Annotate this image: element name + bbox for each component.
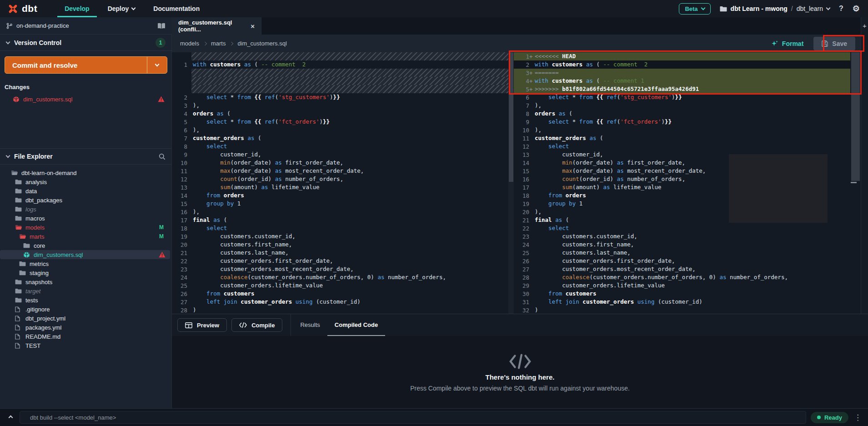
version-control-header[interactable]: Version Control 1: [0, 35, 172, 51]
code-line[interactable]: 22 select: [514, 224, 861, 232]
tree-item-logs[interactable]: logs: [0, 205, 172, 214]
code-line[interactable]: 8 select: [172, 142, 508, 150]
tree-item-snapshots[interactable]: snapshots: [0, 277, 172, 286]
git-branch-selector[interactable]: on-demand-practice: [0, 17, 172, 35]
tree-item-dim-customers-sql[interactable]: dim_customers.sql: [0, 250, 170, 259]
code-line[interactable]: 27 left join customer_orders using (cust…: [172, 298, 508, 306]
tree-item-dbt-learn-on-demand[interactable]: dbt-learn-on-demand: [0, 168, 172, 177]
tree-item-readme-md[interactable]: README.md: [0, 332, 172, 341]
code-line[interactable]: 5 select * from {{ ref('fct_orders')}}: [172, 118, 508, 126]
format-button[interactable]: Format: [771, 40, 803, 47]
code-line[interactable]: 7),: [514, 101, 861, 110]
tree-item-macros[interactable]: macros: [0, 214, 172, 223]
search-icon[interactable]: [159, 153, 166, 160]
tab-compiled-code[interactable]: Compiled Code: [327, 314, 385, 336]
code-line[interactable]: 1with customers as ( -- comment 2: [172, 60, 508, 69]
code-line[interactable]: 15 group by 1: [172, 200, 508, 208]
code-line[interactable]: 22 customer_orders.first_order_date,: [172, 257, 508, 265]
command-input[interactable]: [20, 411, 806, 424]
code-line[interactable]: 23 customers.customer_id,: [514, 232, 861, 241]
code-line[interactable]: 9 select * from {{ ref('fct_orders')}}: [514, 118, 861, 126]
code-line[interactable]: 19 customers.customer_id,: [172, 232, 508, 241]
code-line[interactable]: 4orders as (: [172, 110, 508, 118]
tree-item-packages-yml[interactable]: packages.yml: [0, 323, 172, 332]
code-line[interactable]: 9 customer_id,: [172, 150, 508, 159]
code-line[interactable]: 16),: [172, 208, 508, 216]
code-line[interactable]: 30 from customers: [514, 290, 861, 298]
breadcrumb-item[interactable]: marts: [211, 40, 226, 47]
dbt-logo[interactable]: dbt: [0, 0, 45, 17]
code-line[interactable]: 31 left join customer_orders using (cust…: [514, 298, 861, 306]
code-line[interactable]: 8orders as (: [514, 110, 861, 118]
code-line[interactable]: 24 coalesce(customer_orders.number_of_or…: [172, 273, 508, 281]
nav-item-documentation[interactable]: Documentation: [146, 0, 207, 17]
code-line[interactable]: 21 customers.last_name,: [172, 249, 508, 257]
nav-item-deploy[interactable]: Deploy: [100, 0, 143, 17]
preview-button[interactable]: Preview: [177, 318, 227, 332]
tree-item-dbt-packages[interactable]: dbt_packages: [0, 195, 172, 205]
code-line[interactable]: 26 customer_orders.first_order_date,: [514, 257, 861, 265]
tree-item-analysis[interactable]: analysis: [0, 177, 172, 186]
compile-button[interactable]: Compile: [231, 318, 282, 332]
code-line[interactable]: 25 customers.last_name,: [514, 249, 861, 257]
close-icon[interactable]: ×: [251, 22, 255, 30]
code-line[interactable]: 11 max(order_date) as most_recent_order_…: [172, 167, 508, 175]
changed-file-row[interactable]: dim_customers.sql: [5, 94, 167, 105]
code-line[interactable]: 7customer_orders as (: [172, 134, 508, 142]
settings-gear-icon[interactable]: ⚙: [853, 4, 860, 14]
commit-dropdown-button[interactable]: [147, 57, 167, 73]
code-line[interactable]: 17final as (: [172, 216, 508, 224]
docs-book-icon[interactable]: [157, 23, 166, 29]
save-button[interactable]: Save: [813, 37, 855, 50]
code-line[interactable]: 3),: [172, 101, 508, 110]
file-explorer-header[interactable]: File Explorer: [0, 148, 172, 165]
code-line[interactable]: 2 select * from {{ ref('stg_customers')}…: [172, 93, 508, 101]
help-button[interactable]: ?: [839, 5, 843, 13]
breadcrumb-item[interactable]: dim_customers.sql: [237, 40, 286, 47]
tree-item-dbt-project-yml[interactable]: dbt_project.yml: [0, 314, 172, 323]
code-filler-line[interactable]: [172, 69, 508, 77]
code-line[interactable]: 25 customer_orders.lifetime_value: [172, 281, 508, 290]
beta-selector[interactable]: Beta: [679, 3, 710, 15]
tree-item--gitignore[interactable]: .gitignore: [0, 305, 172, 314]
code-line[interactable]: 24 customers.first_name,: [514, 241, 861, 249]
code-line[interactable]: 2with customers as ( -- comment 2: [514, 60, 861, 69]
code-filler-line[interactable]: [172, 52, 508, 60]
code-line[interactable]: 26 from customers: [172, 290, 508, 298]
editor-pane-current[interactable]: 1with customers as ( -- comment 22 selec…: [172, 52, 508, 314]
code-filler-line[interactable]: [172, 77, 508, 85]
code-line[interactable]: 12 count(order_id) as number_of_orders,: [172, 175, 508, 183]
code-line[interactable]: 28): [172, 306, 508, 314]
code-line[interactable]: 13 sum(amount) as lifetime_value: [172, 183, 508, 191]
code-line[interactable]: 10 min(order_date) as first_order_date,: [172, 159, 508, 167]
tree-item-core[interactable]: core: [0, 241, 172, 250]
code-line[interactable]: 20 customers.first_name,: [172, 241, 508, 249]
kebab-menu-icon[interactable]: ⋮: [854, 413, 862, 422]
tree-item-models[interactable]: modelsM: [0, 223, 172, 232]
breadcrumb-item[interactable]: models: [180, 40, 199, 47]
pane-scrollbar-left[interactable]: [508, 52, 514, 314]
tab-dim-customers[interactable]: dim_customers.sql (confli... ×: [172, 17, 261, 35]
tree-item-test[interactable]: TEST: [0, 341, 172, 350]
code-line[interactable]: 3+=======: [514, 69, 861, 77]
tree-item-tests[interactable]: tests: [0, 296, 172, 305]
tab-results[interactable]: Results: [293, 314, 327, 336]
code-line[interactable]: 11customer_orders as (: [514, 134, 861, 142]
code-line[interactable]: 27 customer_orders.most_recent_order_dat…: [514, 265, 861, 273]
code-line[interactable]: 5+>>>>>>> b81f802a66fd544504c65721e3ffaa…: [514, 85, 861, 93]
new-tab-plus-icon[interactable]: +: [861, 22, 868, 30]
account-project-selector[interactable]: dbt Learn - mwong / dbt_learn: [720, 5, 830, 12]
code-line[interactable]: 14 from orders: [172, 191, 508, 200]
pane-scrollbar-right[interactable]: [850, 52, 861, 314]
nav-item-develop[interactable]: Develop: [57, 0, 96, 17]
code-line[interactable]: 18 select: [172, 224, 508, 232]
tree-item-marts[interactable]: martsM: [0, 232, 172, 241]
code-line[interactable]: 1+<<<<<<< HEAD: [514, 52, 861, 60]
code-line[interactable]: 29 customer_orders.lifetime_value: [514, 281, 861, 290]
tree-item-metrics[interactable]: metrics: [0, 259, 172, 268]
code-line[interactable]: 23 customer_orders.most_recent_order_dat…: [172, 265, 508, 273]
code-line[interactable]: 28 coalesce(customer_orders.number_of_or…: [514, 273, 861, 281]
code-line[interactable]: 32): [514, 306, 861, 314]
code-line[interactable]: 4+with customers as ( -- comment 1: [514, 77, 861, 85]
tree-item-staging[interactable]: staging: [0, 268, 172, 277]
